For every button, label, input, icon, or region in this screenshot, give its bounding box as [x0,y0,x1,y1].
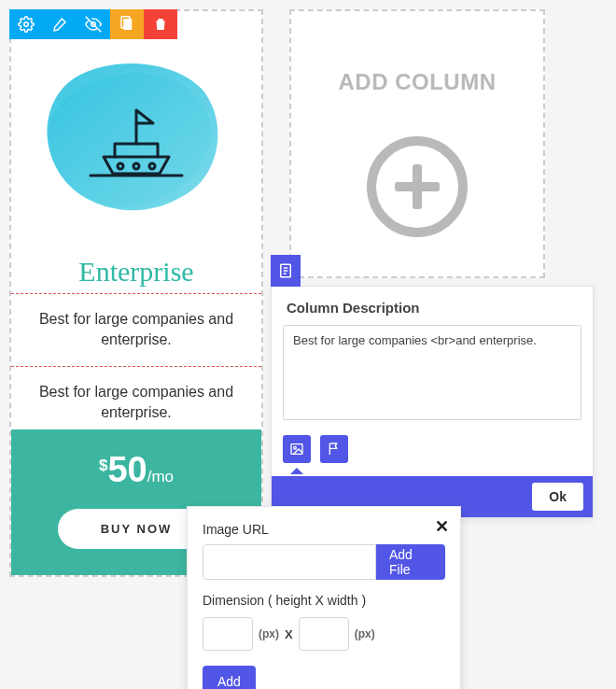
popover-tool-row [272,424,593,463]
plan-description-1[interactable]: Best for large companies and enterprise. [11,294,261,366]
description-badge[interactable] [271,255,301,287]
dimension-label: Dimension ( height X width ) [203,593,445,608]
image-url-popover: ✕ Image URL Add File Dimension ( height … [187,506,461,689]
amount: 50 [107,450,147,489]
image-icon [289,442,304,457]
settings-button[interactable] [9,9,43,39]
description-textarea[interactable] [283,325,581,420]
eye-off-icon [85,16,102,33]
plan-name: Enterprise [78,256,193,288]
svg-point-0 [24,22,29,27]
period: /mo [147,468,174,485]
plus-icon[interactable] [367,136,468,237]
style-button[interactable] [43,9,77,39]
add-column-title: ADD COLUMN [339,69,497,95]
height-input[interactable] [203,617,253,651]
delete-button[interactable] [144,9,177,39]
duplicate-button[interactable] [110,9,144,39]
currency: $ [99,457,107,474]
ok-button[interactable]: Ok [532,483,583,511]
popover-title: Column Description [272,287,593,325]
column-toolbar [9,9,177,39]
dimension-x: X [285,627,293,641]
svg-point-4 [118,163,123,169]
plan-illustration [24,47,248,233]
flag-icon [327,442,342,457]
column-description-popover: Column Description Ok [271,286,594,518]
ship-icon [85,90,188,183]
add-column-placeholder[interactable]: ADD COLUMN [289,9,545,278]
close-button[interactable]: ✕ [435,516,449,537]
px-label: (px) [259,627,279,640]
image-tool-button[interactable] [283,435,311,463]
flag-tool-button[interactable] [320,435,348,463]
clipboard-icon [119,16,135,33]
price: $50/mo [11,450,261,490]
document-icon [277,262,294,279]
image-url-label: Image URL [203,522,445,537]
svg-rect-11 [291,444,302,455]
add-button[interactable]: Add [203,666,256,689]
svg-point-6 [149,163,155,169]
brush-icon [51,16,68,33]
svg-point-5 [133,163,139,169]
svg-point-12 [294,446,297,449]
image-url-input[interactable] [203,544,376,580]
pricing-card[interactable]: Enterprise Best for large companies and … [9,9,263,577]
plan-description-2[interactable]: Best for large companies and enterprise. [11,367,261,429]
width-input[interactable] [299,617,349,651]
trash-icon [152,16,169,33]
gear-icon [18,16,35,33]
px-label: (px) [355,627,375,640]
add-file-button[interactable]: Add File [376,544,445,580]
hide-button[interactable] [77,9,110,39]
